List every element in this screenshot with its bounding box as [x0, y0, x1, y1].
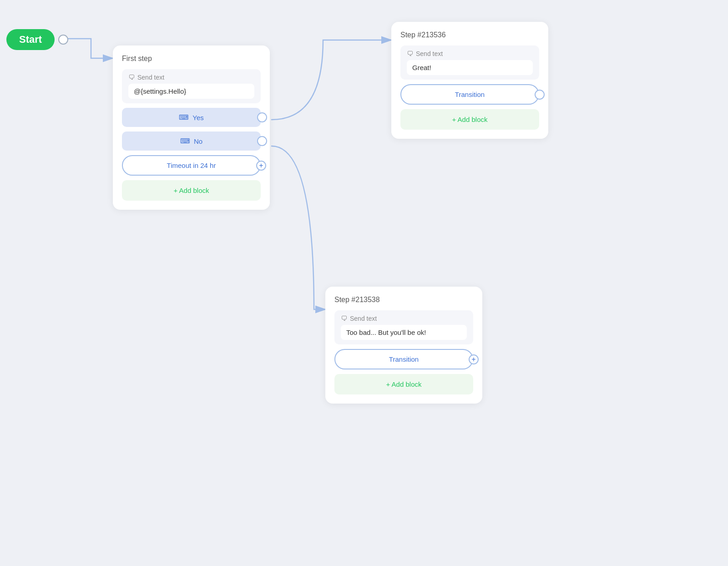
message-icon-213538: 🗨	[341, 315, 347, 322]
first-step-title: First step	[122, 55, 261, 63]
first-step-send-text-label: 🗨 Send text	[128, 74, 254, 81]
step-213536-transition-port	[535, 90, 545, 100]
step-213538-send-text-value: Too bad... But you'll be ok!	[341, 325, 467, 340]
step-213536-card: Step #213536 🗨 Send text Great! Transiti…	[391, 22, 548, 139]
message-icon-213536: 🗨	[407, 50, 413, 57]
timeout-button[interactable]: Timeout in 24 hr +	[122, 155, 261, 176]
first-step-send-text-block: 🗨 Send text @{settings.Hello}	[122, 69, 261, 103]
keyboard-icon-no: ⌨	[180, 137, 190, 145]
step-213536-send-text-value: Great!	[407, 60, 533, 75]
step-213538-send-text-block: 🗨 Send text Too bad... But you'll be ok!	[334, 310, 473, 344]
no-button[interactable]: ⌨ No	[122, 131, 261, 151]
step-213538-card: Step #213538 🗨 Send text Too bad... But …	[325, 287, 482, 404]
step-213538-transition-button[interactable]: Transition +	[334, 349, 473, 369]
step-213538-transition-port: +	[469, 354, 479, 364]
yes-button[interactable]: ⌨ Yes	[122, 108, 261, 127]
no-port	[257, 136, 267, 146]
step-213536-send-text-block: 🗨 Send text Great!	[400, 45, 539, 80]
first-step-add-block-button[interactable]: + Add block	[122, 180, 261, 201]
step-213538-send-text-label: 🗨 Send text	[341, 315, 467, 322]
yes-port	[257, 112, 267, 122]
step-213536-title: Step #213536	[400, 31, 539, 39]
step-213536-send-text-label: 🗨 Send text	[407, 50, 533, 57]
message-icon: 🗨	[128, 74, 135, 81]
first-step-send-text-value: @{settings.Hello}	[128, 84, 254, 99]
first-step-card: First step 🗨 Send text @{settings.Hello}…	[113, 45, 270, 210]
step-213536-transition-button[interactable]: Transition	[400, 84, 539, 105]
step-213538-add-block-button[interactable]: + Add block	[334, 374, 473, 394]
keyboard-icon-yes: ⌨	[179, 113, 189, 121]
start-connector-dot	[58, 35, 68, 45]
timeout-plus-port: +	[256, 161, 266, 171]
start-button[interactable]: Start	[6, 29, 55, 50]
step-213538-title: Step #213538	[334, 296, 473, 304]
start-node: Start	[6, 29, 68, 50]
step-213536-add-block-button[interactable]: + Add block	[400, 109, 539, 130]
